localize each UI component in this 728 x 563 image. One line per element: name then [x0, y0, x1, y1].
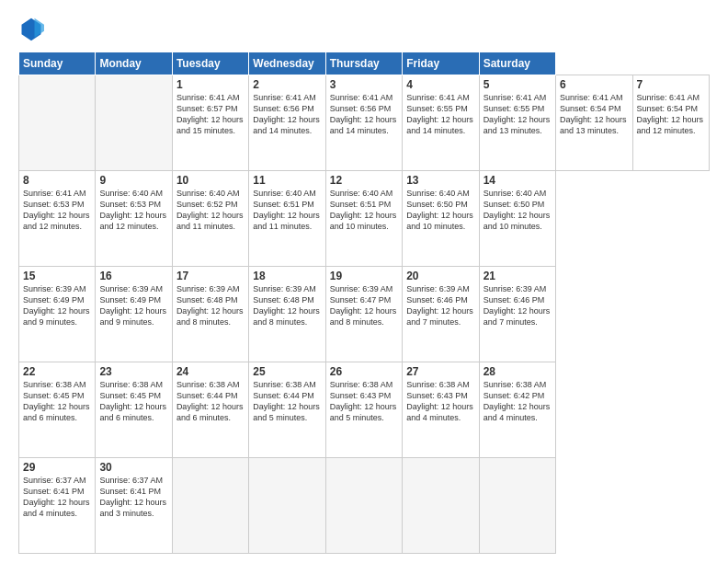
day-number: 25: [253, 365, 321, 378]
calendar-cell: [325, 458, 402, 554]
calendar-cell: 14Sunrise: 6:40 AMSunset: 6:50 PMDayligh…: [479, 171, 555, 267]
day-number: 30: [99, 461, 167, 474]
day-number: 7: [637, 78, 706, 91]
day-number: 8: [23, 174, 91, 187]
day-info: Sunrise: 6:40 AMSunset: 6:52 PMDaylight:…: [176, 189, 244, 231]
day-number: 17: [176, 270, 245, 282]
calendar-cell: [172, 458, 248, 554]
calendar-page: SundayMondayTuesdayWednesdayThursdayFrid…: [0, 0, 728, 563]
day-number: 21: [483, 270, 552, 282]
day-number: 11: [253, 174, 321, 187]
calendar-cell: 28Sunrise: 6:38 AMSunset: 6:42 PMDayligh…: [479, 362, 555, 458]
calendar-cell: 26Sunrise: 6:38 AMSunset: 6:43 PMDayligh…: [325, 362, 402, 458]
day-number: 1: [176, 78, 245, 91]
calendar-cell: 30Sunrise: 6:37 AMSunset: 6:41 PMDayligh…: [96, 458, 172, 554]
calendar-cell: 13Sunrise: 6:40 AMSunset: 6:50 PMDayligh…: [403, 171, 479, 267]
header: [18, 17, 710, 42]
calendar-cell: 1Sunrise: 6:41 AMSunset: 6:57 PMDaylight…: [172, 75, 248, 171]
day-info: Sunrise: 6:40 AMSunset: 6:53 PMDaylight:…: [99, 189, 166, 231]
day-info: Sunrise: 6:39 AMSunset: 6:49 PMDaylight:…: [99, 284, 166, 327]
day-info: Sunrise: 6:39 AMSunset: 6:46 PMDaylight:…: [406, 284, 473, 327]
weekday-saturday: Saturday: [479, 52, 555, 75]
weekday-wednesday: Wednesday: [249, 52, 325, 75]
day-number: 15: [23, 270, 91, 282]
calendar-cell: 6Sunrise: 6:41 AMSunset: 6:54 PMDaylight…: [556, 75, 632, 171]
day-info: Sunrise: 6:41 AMSunset: 6:57 PMDaylight:…: [176, 93, 244, 135]
day-number: 19: [330, 270, 398, 282]
day-info: Sunrise: 6:41 AMSunset: 6:54 PMDaylight:…: [637, 93, 704, 135]
calendar-cell: [96, 75, 172, 171]
day-info: Sunrise: 6:39 AMSunset: 6:48 PMDaylight:…: [253, 284, 320, 327]
week-row-1: 8Sunrise: 6:41 AMSunset: 6:53 PMDaylight…: [19, 171, 710, 267]
week-row-4: 29Sunrise: 6:37 AMSunset: 6:41 PMDayligh…: [19, 458, 710, 554]
day-info: Sunrise: 6:41 AMSunset: 6:54 PMDaylight:…: [560, 93, 627, 135]
calendar-cell: [479, 458, 555, 554]
day-info: Sunrise: 6:41 AMSunset: 6:55 PMDaylight:…: [483, 93, 551, 135]
day-info: Sunrise: 6:38 AMSunset: 6:44 PMDaylight:…: [253, 380, 320, 422]
calendar-cell: 16Sunrise: 6:39 AMSunset: 6:49 PMDayligh…: [96, 267, 172, 362]
calendar-cell: 24Sunrise: 6:38 AMSunset: 6:44 PMDayligh…: [172, 362, 248, 458]
calendar-cell: 18Sunrise: 6:39 AMSunset: 6:48 PMDayligh…: [249, 267, 325, 362]
day-info: Sunrise: 6:39 AMSunset: 6:46 PMDaylight:…: [483, 284, 551, 327]
weekday-friday: Friday: [403, 52, 479, 75]
day-info: Sunrise: 6:39 AMSunset: 6:49 PMDaylight:…: [23, 284, 90, 327]
day-info: Sunrise: 6:41 AMSunset: 6:56 PMDaylight:…: [330, 93, 397, 135]
calendar-cell: 9Sunrise: 6:40 AMSunset: 6:53 PMDaylight…: [96, 171, 172, 267]
calendar-cell: 10Sunrise: 6:40 AMSunset: 6:52 PMDayligh…: [172, 171, 248, 267]
day-number: 23: [99, 365, 167, 378]
day-info: Sunrise: 6:37 AMSunset: 6:41 PMDaylight:…: [23, 476, 90, 518]
day-info: Sunrise: 6:41 AMSunset: 6:55 PMDaylight:…: [406, 93, 473, 135]
day-number: 3: [330, 78, 398, 91]
day-info: Sunrise: 6:38 AMSunset: 6:45 PMDaylight:…: [23, 380, 90, 422]
calendar-cell: 7Sunrise: 6:41 AMSunset: 6:54 PMDaylight…: [632, 75, 710, 171]
day-number: 14: [483, 174, 552, 187]
calendar-cell: 20Sunrise: 6:39 AMSunset: 6:46 PMDayligh…: [403, 267, 479, 362]
calendar-cell: 5Sunrise: 6:41 AMSunset: 6:55 PMDaylight…: [479, 75, 555, 171]
weekday-header-row: SundayMondayTuesdayWednesdayThursdayFrid…: [19, 52, 710, 75]
day-number: 5: [483, 78, 552, 91]
weekday-sunday: Sunday: [19, 52, 96, 75]
calendar-table: SundayMondayTuesdayWednesdayThursdayFrid…: [18, 52, 710, 554]
day-number: 27: [406, 365, 474, 378]
weekday-tuesday: Tuesday: [172, 52, 248, 75]
calendar-cell: 23Sunrise: 6:38 AMSunset: 6:45 PMDayligh…: [96, 362, 172, 458]
weekday-monday: Monday: [96, 52, 172, 75]
day-number: 10: [176, 174, 245, 187]
weekday-thursday: Thursday: [325, 52, 402, 75]
day-info: Sunrise: 6:39 AMSunset: 6:47 PMDaylight:…: [330, 284, 397, 327]
day-number: 18: [253, 270, 321, 282]
week-row-3: 22Sunrise: 6:38 AMSunset: 6:45 PMDayligh…: [19, 362, 710, 458]
calendar-cell: [19, 75, 96, 171]
calendar-cell: 22Sunrise: 6:38 AMSunset: 6:45 PMDayligh…: [19, 362, 96, 458]
day-number: 13: [406, 174, 474, 187]
day-info: Sunrise: 6:39 AMSunset: 6:48 PMDaylight:…: [176, 284, 244, 327]
day-info: Sunrise: 6:41 AMSunset: 6:53 PMDaylight:…: [23, 189, 90, 231]
day-info: Sunrise: 6:38 AMSunset: 6:42 PMDaylight:…: [483, 380, 551, 422]
calendar-cell: 4Sunrise: 6:41 AMSunset: 6:55 PMDaylight…: [403, 75, 479, 171]
calendar-cell: 25Sunrise: 6:38 AMSunset: 6:44 PMDayligh…: [249, 362, 325, 458]
calendar-cell: [403, 458, 479, 554]
calendar-cell: 8Sunrise: 6:41 AMSunset: 6:53 PMDaylight…: [19, 171, 96, 267]
day-info: Sunrise: 6:40 AMSunset: 6:51 PMDaylight:…: [253, 189, 320, 231]
calendar-cell: 15Sunrise: 6:39 AMSunset: 6:49 PMDayligh…: [19, 267, 96, 362]
calendar-cell: 11Sunrise: 6:40 AMSunset: 6:51 PMDayligh…: [249, 171, 325, 267]
day-info: Sunrise: 6:38 AMSunset: 6:43 PMDaylight:…: [330, 380, 397, 422]
calendar-cell: 29Sunrise: 6:37 AMSunset: 6:41 PMDayligh…: [19, 458, 96, 554]
logo: [18, 17, 48, 42]
day-number: 2: [253, 78, 321, 91]
day-number: 26: [330, 365, 398, 378]
calendar-cell: 12Sunrise: 6:40 AMSunset: 6:51 PMDayligh…: [325, 171, 402, 267]
calendar-cell: 19Sunrise: 6:39 AMSunset: 6:47 PMDayligh…: [325, 267, 402, 362]
day-number: 22: [23, 365, 91, 378]
day-info: Sunrise: 6:37 AMSunset: 6:41 PMDaylight:…: [99, 476, 166, 518]
calendar-cell: 3Sunrise: 6:41 AMSunset: 6:56 PMDaylight…: [325, 75, 402, 171]
day-number: 4: [406, 78, 474, 91]
calendar-cell: [249, 458, 325, 554]
day-info: Sunrise: 6:38 AMSunset: 6:45 PMDaylight:…: [99, 380, 166, 422]
day-info: Sunrise: 6:38 AMSunset: 6:44 PMDaylight:…: [176, 380, 244, 422]
day-number: 12: [330, 174, 398, 187]
calendar-body: 1Sunrise: 6:41 AMSunset: 6:57 PMDaylight…: [19, 75, 710, 554]
day-number: 24: [176, 365, 245, 378]
day-info: Sunrise: 6:40 AMSunset: 6:50 PMDaylight:…: [406, 189, 473, 231]
day-info: Sunrise: 6:38 AMSunset: 6:43 PMDaylight:…: [406, 380, 473, 422]
